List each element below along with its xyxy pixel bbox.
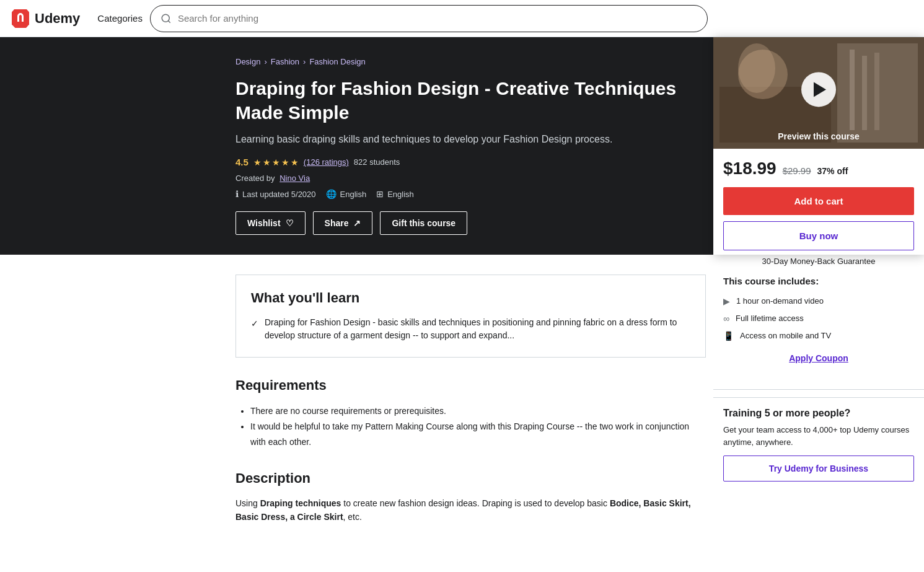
play-triangle-icon [814,82,826,97]
search-bar [150,5,708,32]
breadcrumb-fashion-design[interactable]: Fashion Design [309,57,365,66]
globe-icon: 🌐 [326,189,337,199]
training-desc: Get your team access to 4,000+ top Udemy… [723,424,914,448]
star-1: ★ [253,157,262,167]
discount-badge: 37% off [817,166,848,176]
wishlist-label: Wishlist [247,218,281,228]
course-card: Preview this course $18.99 $29.99 37% of… [713,37,924,255]
captions-icon: ⊞ [376,189,384,199]
description-title: Description [235,470,706,486]
hero-wrapper: Design › Fashion › Fashion Design Drapin… [0,37,924,255]
svg-rect-8 [874,53,879,130]
price-row: $18.99 $29.99 37% off [723,159,914,178]
requirements-list: There are no course requirements or prer… [235,403,706,451]
svg-point-0 [162,14,169,22]
rating-row: 4.5 ★ ★ ★ ★ ★ (126 ratings) 822 students [235,157,706,167]
money-back-guarantee: 30-Day Money-Back Guarantee [723,257,914,266]
learn-item-1: ✓ Draping for Fashion Design - basic ski… [251,316,690,342]
course-title: Draping for Fashion Design - Creative Te… [235,76,706,125]
action-row: Wishlist ♡ Share ↗ Gift this course [235,211,706,235]
svg-line-1 [168,20,170,22]
includes-lifetime-text: Full lifetime access [736,310,804,327]
includes-list: ▶ 1 hour on-demand video ∞ Full lifetime… [723,293,914,345]
video-icon: ▶ [723,293,730,310]
breadcrumb: Design › Fashion › Fashion Design [235,57,706,66]
search-icon [161,13,172,24]
add-to-cart-button[interactable]: Add to cart [723,187,914,215]
meta-row: ℹ Last updated 5/2020 🌐 English ⊞ Englis… [235,189,706,199]
gift-button[interactable]: Gift this course [380,211,467,235]
star-2: ★ [263,157,271,167]
breadcrumb-design[interactable]: Design [235,57,260,66]
captions-text: English [387,190,414,199]
price-current: $18.99 [723,159,777,178]
star-rating: ★ ★ ★ ★ ★ [253,157,299,167]
last-updated-item: ℹ Last updated 5/2020 [235,189,316,199]
breadcrumb-fashion[interactable]: Fashion [271,57,299,66]
header: Udemy Categories [0,0,924,37]
star-half: ★ [291,157,299,167]
language-item: 🌐 English [326,189,367,199]
play-button[interactable] [801,72,836,107]
buy-now-button[interactable]: Buy now [723,221,914,250]
share-button[interactable]: Share ↗ [313,211,373,235]
bold-draping: Draping techniques [260,498,341,508]
includes-section: This course includes: ▶ 1 hour on-demand… [723,276,914,345]
search-input[interactable] [178,13,697,24]
categories-button[interactable]: Categories [90,8,150,29]
clock-icon: ℹ [235,189,239,199]
requirement-item-1: There are no course requirements or prer… [250,403,706,419]
created-by-row: Created by Nino Via [235,174,706,183]
logo-text[interactable]: Udemy [35,11,80,27]
students-count: 822 students [354,157,400,167]
heart-icon: ♡ [286,218,294,228]
svg-point-9 [738,43,775,93]
training-title: Training 5 or more people? [723,408,914,419]
svg-rect-7 [862,56,867,130]
mobile-icon: 📱 [723,327,734,345]
svg-rect-6 [850,50,855,130]
preview-label[interactable]: Preview this course [778,131,860,141]
breadcrumb-sep-1: › [264,57,266,66]
share-label: Share [325,218,349,228]
last-updated-text: Last updated 5/2020 [242,190,316,199]
includes-item-lifetime: ∞ Full lifetime access [723,310,914,327]
requirements-title: Requirements [235,377,706,394]
requirements-section: Requirements There are no course require… [235,377,706,451]
language-text: English [340,190,367,199]
learn-title: What you'll learn [251,290,690,306]
course-subtitle: Learning basic draping skills and techni… [235,132,706,147]
learn-item-text: Draping for Fashion Design - basic skill… [265,316,690,342]
card-divider [713,389,924,390]
wishlist-button[interactable]: Wishlist ♡ [235,211,306,235]
includes-title: This course includes: [723,276,914,286]
includes-item-mobile: 📱 Access on mobile and TV [723,327,914,345]
logo-area[interactable]: Udemy [10,8,80,29]
includes-video-text: 1 hour on-demand video [736,293,824,309]
price-original: $29.99 [783,165,811,176]
star-3: ★ [272,157,280,167]
created-by-label: Created by [235,174,275,183]
left-content: What you'll learn ✓ Draping for Fashion … [0,255,726,563]
training-section: Training 5 or more people? Get your team… [713,397,924,491]
checkmark-icon: ✓ [251,317,258,342]
includes-item-video: ▶ 1 hour on-demand video [723,293,914,310]
rating-count[interactable]: (126 ratings) [304,157,349,167]
captions-item: ⊞ English [376,189,414,199]
apply-coupon-link[interactable]: Apply Coupon [723,353,914,363]
breadcrumb-sep-2: › [303,57,306,66]
learn-section: What you'll learn ✓ Draping for Fashion … [235,275,706,358]
instructor-link[interactable]: Nino Via [279,174,310,183]
infinity-icon: ∞ [723,310,729,327]
includes-mobile-text: Access on mobile and TV [740,328,831,344]
star-4: ★ [281,157,289,167]
description-section: Description Using Draping techniques to … [235,470,706,524]
rating-number: 4.5 [235,157,249,167]
share-icon: ↗ [353,218,361,228]
card-body: $18.99 $29.99 37% off Add to cart Buy no… [713,149,924,382]
udemy-logo-icon [10,8,31,29]
preview-area[interactable]: Preview this course [713,37,924,149]
gift-label: Gift this course [392,218,455,228]
requirement-item-2: It would be helpful to take my Pattern M… [250,419,706,450]
try-business-button[interactable]: Try Udemy for Business [723,455,914,482]
